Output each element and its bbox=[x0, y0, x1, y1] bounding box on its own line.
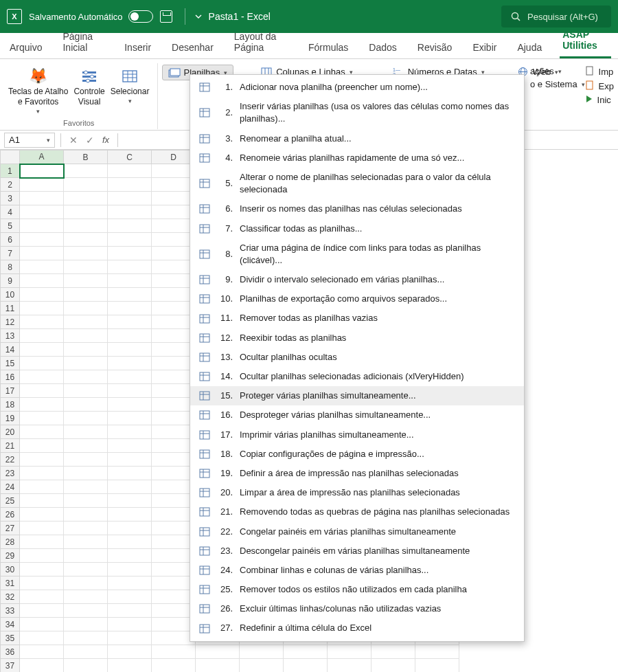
cell[interactable] bbox=[108, 398, 152, 412]
row-header[interactable]: 26 bbox=[1, 508, 20, 522]
cell[interactable] bbox=[20, 192, 64, 205]
row-header[interactable]: 27 bbox=[1, 522, 20, 535]
cell[interactable] bbox=[20, 631, 64, 645]
cell[interactable] bbox=[64, 576, 108, 590]
cell[interactable] bbox=[20, 576, 64, 590]
cell[interactable] bbox=[20, 453, 64, 467]
cell[interactable] bbox=[20, 439, 64, 453]
cell[interactable] bbox=[152, 164, 196, 178]
cell[interactable] bbox=[64, 247, 108, 260]
cell[interactable] bbox=[20, 412, 64, 425]
tab-desenhar[interactable]: Desenhar bbox=[169, 36, 216, 58]
cell[interactable] bbox=[152, 618, 196, 631]
cell[interactable] bbox=[64, 467, 108, 480]
tab-ajuda[interactable]: Ajuda bbox=[514, 36, 545, 58]
cell[interactable] bbox=[20, 384, 64, 398]
cell[interactable] bbox=[108, 563, 152, 576]
btn-teclas-atalho[interactable]: 🦊 Teclas de Atalho e Favoritos ▾ bbox=[5, 65, 71, 118]
cell[interactable] bbox=[108, 205, 152, 219]
cell[interactable] bbox=[20, 604, 64, 618]
cell[interactable] bbox=[371, 645, 415, 659]
row-header[interactable]: 10 bbox=[1, 288, 20, 302]
cell[interactable] bbox=[20, 645, 64, 659]
cell[interactable] bbox=[64, 178, 108, 192]
cell[interactable] bbox=[152, 178, 196, 192]
cell[interactable] bbox=[152, 315, 196, 329]
cell[interactable] bbox=[108, 164, 152, 178]
cell[interactable] bbox=[152, 659, 196, 673]
cell[interactable] bbox=[152, 357, 196, 370]
cell[interactable] bbox=[20, 549, 64, 563]
cell[interactable] bbox=[20, 508, 64, 522]
row-header[interactable]: 32 bbox=[1, 590, 20, 604]
tab-arquivo[interactable]: Arquivo bbox=[7, 36, 45, 58]
cell[interactable] bbox=[152, 467, 196, 480]
menu-item-25[interactable]: 25.Remover todos os estilos não utilizad… bbox=[190, 580, 524, 599]
row-header[interactable]: 36 bbox=[1, 645, 20, 659]
cell[interactable] bbox=[20, 425, 64, 439]
menu-item-17[interactable]: 17.Imprimir várias planilhas simultaneam… bbox=[190, 425, 524, 445]
menu-item-12[interactable]: 12.Reexibir todas as planilhas bbox=[190, 328, 524, 348]
btn-sistema-partial[interactable]: o e Sistema▾ bbox=[530, 79, 585, 89]
cell[interactable] bbox=[64, 233, 108, 247]
cell[interactable] bbox=[152, 549, 196, 563]
row-header[interactable]: 22 bbox=[1, 453, 20, 467]
cell[interactable] bbox=[152, 412, 196, 425]
cell[interactable] bbox=[196, 659, 240, 673]
cell[interactable] bbox=[108, 425, 152, 439]
cell[interactable] bbox=[152, 576, 196, 590]
row-header[interactable]: 37 bbox=[1, 659, 20, 673]
save-icon[interactable] bbox=[160, 10, 172, 23]
cell[interactable] bbox=[20, 522, 64, 535]
menu-item-22[interactable]: 22.Congelar painéis em várias planilhas … bbox=[190, 522, 524, 541]
cell[interactable] bbox=[108, 233, 152, 247]
cell[interactable] bbox=[64, 315, 108, 329]
cell[interactable] bbox=[108, 247, 152, 260]
row-header[interactable]: 5 bbox=[1, 219, 20, 233]
cell[interactable] bbox=[64, 659, 108, 673]
row-header[interactable]: 6 bbox=[1, 233, 20, 247]
cell[interactable] bbox=[108, 288, 152, 302]
cell[interactable] bbox=[20, 233, 64, 247]
cell[interactable] bbox=[20, 260, 64, 274]
cell[interactable] bbox=[64, 453, 108, 467]
cell[interactable] bbox=[152, 384, 196, 398]
cell[interactable] bbox=[108, 631, 152, 645]
tab-dados[interactable]: Dados bbox=[366, 36, 399, 58]
cell[interactable] bbox=[64, 563, 108, 576]
col-header-A[interactable]: A bbox=[20, 150, 64, 164]
fx-icon[interactable]: fx bbox=[100, 135, 112, 145]
cell[interactable] bbox=[152, 439, 196, 453]
cell[interactable] bbox=[64, 164, 108, 178]
cell[interactable] bbox=[64, 343, 108, 357]
cell[interactable] bbox=[108, 178, 152, 192]
cell[interactable] bbox=[20, 535, 64, 549]
cell[interactable] bbox=[108, 645, 152, 659]
cell[interactable] bbox=[20, 205, 64, 219]
menu-item-18[interactable]: 18.Copiar configurações de página e impr… bbox=[190, 445, 524, 464]
cell[interactable] bbox=[108, 453, 152, 467]
cell[interactable] bbox=[64, 439, 108, 453]
cell[interactable] bbox=[108, 659, 152, 673]
cell[interactable] bbox=[20, 467, 64, 480]
cell[interactable] bbox=[108, 370, 152, 384]
cell[interactable] bbox=[64, 260, 108, 274]
menu-item-7[interactable]: 7.Classificar todas as planilhas... bbox=[190, 219, 524, 238]
cell[interactable] bbox=[108, 302, 152, 315]
cell[interactable] bbox=[64, 398, 108, 412]
cell[interactable] bbox=[152, 425, 196, 439]
row-header[interactable]: 12 bbox=[1, 315, 20, 329]
cell[interactable] bbox=[64, 494, 108, 508]
row-header[interactable]: 34 bbox=[1, 618, 20, 631]
cell[interactable] bbox=[64, 357, 108, 370]
row-header[interactable]: 17 bbox=[1, 384, 20, 398]
cancel-formula-icon[interactable]: ✕ bbox=[67, 135, 80, 146]
cell[interactable] bbox=[108, 412, 152, 425]
tab-pagina-inicial[interactable]: Página Inicial bbox=[60, 25, 106, 58]
cell[interactable] bbox=[152, 453, 196, 467]
cell[interactable] bbox=[64, 302, 108, 315]
toggle-switch-icon[interactable] bbox=[128, 10, 153, 23]
cell[interactable] bbox=[64, 412, 108, 425]
cell[interactable] bbox=[108, 467, 152, 480]
cell[interactable] bbox=[108, 576, 152, 590]
